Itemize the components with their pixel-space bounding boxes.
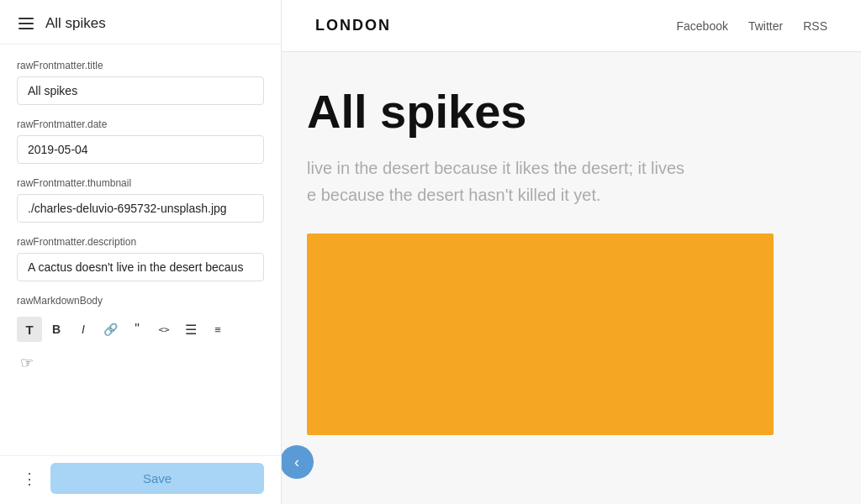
description-input[interactable] — [17, 253, 264, 281]
toolbar-text-button[interactable]: T — [17, 317, 42, 342]
toolbar-ordered-list-button[interactable]: ≡ — [205, 317, 230, 342]
left-panel: All spikes rawFrontmatter.title rawFront… — [0, 0, 282, 504]
body-field-label: rawMarkdownBody — [17, 295, 264, 307]
date-field-label: rawFrontmatter.date — [17, 118, 264, 130]
more-options-button[interactable]: ⋮ — [17, 468, 42, 490]
site-title: LONDON — [315, 17, 391, 34]
thumbnail-field-group: rawFrontmatter.thumbnail — [17, 177, 264, 223]
title-field-label: rawFrontmatter.title — [17, 60, 264, 71]
thumbnail-input[interactable] — [17, 194, 264, 223]
cursor-icon: ☞ — [20, 354, 34, 372]
toolbar-bold-button[interactable]: B — [44, 317, 69, 342]
date-field-group: rawFrontmatter.date — [17, 118, 264, 164]
description-field-label: rawFrontmatter.description — [17, 236, 264, 248]
title-field-group: rawFrontmatter.title — [17, 60, 264, 105]
article-excerpt: live in the desert because it likes the … — [307, 155, 819, 208]
back-button[interactable]: ‹ — [282, 445, 314, 479]
toolbar-code-button[interactable]: <> — [151, 317, 177, 342]
markdown-toolbar: T B I 🔗 " <> ☰ ≡ — [17, 312, 264, 345]
toolbar-quote-button[interactable]: " — [124, 317, 150, 342]
date-input[interactable] — [17, 135, 264, 164]
nav-twitter[interactable]: Twitter — [748, 19, 783, 33]
toolbar-list-button[interactable]: ☰ — [178, 317, 203, 342]
body-field-group: rawMarkdownBody T B I 🔗 " <> ☰ ≡ ☞ — [17, 295, 264, 372]
save-button[interactable]: Save — [50, 463, 264, 494]
hamburger-icon[interactable] — [17, 16, 35, 31]
left-panel-title: All spikes — [45, 15, 106, 32]
right-panel: LONDON Facebook Twitter RSS All spikes l… — [282, 0, 861, 504]
nav-rss[interactable]: RSS — [803, 19, 827, 33]
cursor-area: ☞ — [17, 350, 264, 372]
nav-facebook[interactable]: Facebook — [676, 19, 727, 33]
toolbar-link-button[interactable]: 🔗 — [98, 317, 123, 342]
description-field-group: rawFrontmatter.description — [17, 236, 264, 281]
article-thumbnail — [307, 234, 774, 435]
title-input[interactable] — [17, 76, 264, 105]
right-header: LONDON Facebook Twitter RSS — [282, 0, 861, 52]
thumbnail-field-label: rawFrontmatter.thumbnail — [17, 177, 264, 189]
left-header: All spikes — [0, 0, 281, 45]
nav-links: Facebook Twitter RSS — [676, 19, 827, 33]
right-content: All spikes live in the desert because it… — [282, 52, 861, 504]
toolbar-italic-button[interactable]: I — [71, 317, 96, 342]
left-footer: ⋮ Save — [0, 455, 281, 504]
left-content: rawFrontmatter.title rawFrontmatter.date… — [0, 45, 281, 455]
article-title: All spikes — [307, 86, 819, 138]
